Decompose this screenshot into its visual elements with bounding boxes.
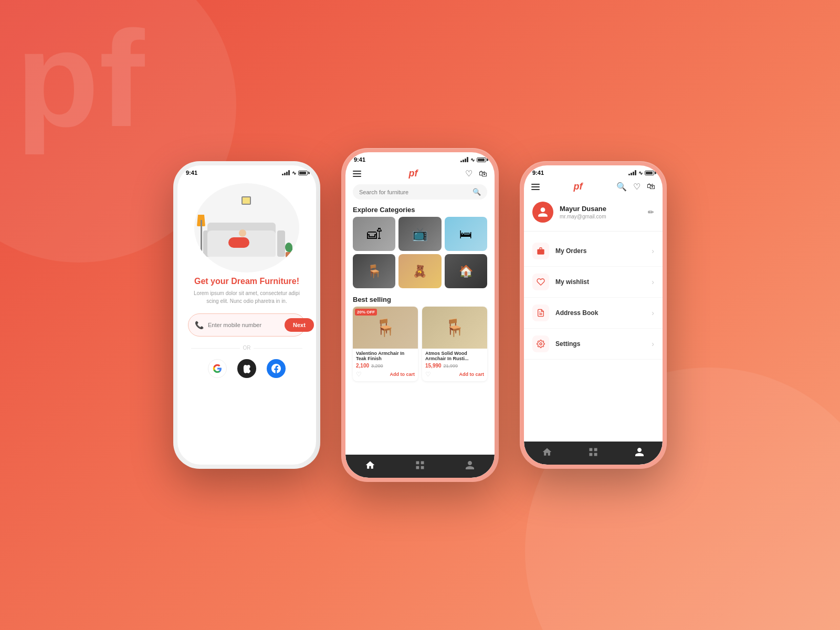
- status-icons-profile: ∿: [628, 170, 654, 176]
- status-time-profile: 9:41: [532, 170, 544, 176]
- google-login-button[interactable]: [208, 359, 227, 378]
- product-name-1: Valentino Armchair In Teak Finish: [356, 351, 415, 361]
- search-button[interactable]: 🔍: [472, 188, 481, 196]
- profile-wishlist-icon[interactable]: ♡: [633, 182, 640, 192]
- menu-item-address[interactable]: Address Book ›: [524, 298, 663, 329]
- wishlist-btn-2[interactable]: ♡: [425, 371, 431, 378]
- category-blanket[interactable]: [398, 254, 441, 288]
- phone-inner-profile: 9:41 ∿: [524, 165, 663, 465]
- status-time-login: 9:41: [186, 170, 197, 176]
- login-form: 📞 Next: [177, 307, 316, 341]
- wishlist-arrow: ›: [652, 278, 654, 286]
- hamburger-menu[interactable]: [353, 171, 361, 177]
- profile-bottom-user[interactable]: [634, 447, 645, 457]
- phone-frame-profile: 9:41 ∿: [520, 161, 667, 469]
- battery-icon-login: [298, 171, 308, 175]
- discount-badge-1: 20% OFF: [355, 309, 377, 316]
- status-icons-home: ∿: [460, 157, 486, 163]
- phone-home: 9:41 ∿: [341, 148, 499, 482]
- plant-illustration: [286, 249, 292, 257]
- home-content: Explore Categories Best selling: [345, 204, 495, 478]
- wifi-icon-login: ∿: [292, 170, 296, 176]
- profile-search-icon[interactable]: 🔍: [616, 182, 627, 192]
- wishlist-icon[interactable]: ♡: [465, 169, 472, 178]
- orders-icon: [532, 243, 549, 259]
- login-description: Lorem ipsum dolor sit amet, consectetur …: [188, 289, 306, 305]
- profile-hamburger[interactable]: [531, 184, 540, 190]
- wishlist-btn-1[interactable]: ♡: [356, 371, 362, 378]
- category-tv[interactable]: [398, 217, 441, 251]
- status-bar-login: 9:41 ∿: [177, 165, 316, 178]
- product-info-1: Valentino Armchair In Teak Finish 2,100 …: [353, 349, 418, 381]
- phone-frame-home: 9:41 ∿: [341, 148, 499, 482]
- product-name-2: Atmos Solid Wood Armchair In Rusti...: [425, 351, 484, 361]
- or-divider: OR: [177, 341, 316, 355]
- product-image-2: 🪑: [422, 307, 487, 349]
- category-bed[interactable]: [445, 217, 487, 251]
- svg-point-2: [540, 343, 542, 345]
- status-bar-profile: 9:41 ∿: [524, 165, 663, 178]
- product-prices-1: 2,100 3,200: [356, 363, 415, 369]
- phone-frame-login: 9:41 ∿: [173, 161, 320, 469]
- phone-field-icon: 📞: [195, 321, 204, 329]
- phones-container: 9:41 ∿: [173, 148, 667, 482]
- current-price-1: 2,100: [356, 363, 369, 369]
- add-to-cart-2[interactable]: Add to cart: [459, 372, 484, 377]
- wifi-icon-profile: ∿: [638, 170, 643, 176]
- menu-item-wishlist[interactable]: My wishlist ›: [524, 267, 663, 298]
- address-menu-icon: [532, 304, 549, 321]
- phone-input-row[interactable]: 📞 Next: [188, 313, 306, 337]
- profile-menu: My Orders › My wishlist ›: [524, 232, 663, 364]
- person-illustration: [226, 229, 257, 248]
- product-info-2: Atmos Solid Wood Armchair In Rusti... 15…: [422, 349, 487, 381]
- search-input[interactable]: [359, 189, 468, 195]
- hero-circle: [194, 183, 299, 272]
- profile-bottom-home[interactable]: [542, 447, 552, 457]
- category-rug[interactable]: [445, 254, 487, 288]
- picture-frame: [242, 196, 251, 205]
- profile-cart-icon[interactable]: 🛍: [647, 182, 655, 192]
- user-email: mr.may@gmail.com: [560, 214, 648, 219]
- orders-arrow: ›: [652, 247, 654, 255]
- user-profile-section: Mayur Dusane mr.may@gmail.com ✏: [524, 195, 663, 232]
- hero-illustration: [197, 191, 297, 265]
- user-info: Mayur Dusane mr.may@gmail.com: [560, 205, 648, 219]
- product-actions-2: ♡ Add to cart: [425, 371, 484, 378]
- brand-watermark: pf: [16, 10, 144, 147]
- signal-icon-home: [460, 157, 468, 162]
- product-image-1: 🪑 20% OFF: [353, 307, 418, 349]
- category-chair[interactable]: [353, 254, 395, 288]
- edit-profile-button[interactable]: ✏: [648, 208, 654, 216]
- menu-item-settings[interactable]: Settings ›: [524, 329, 663, 360]
- product-prices-2: 15,990 21,999: [425, 363, 484, 369]
- cart-icon[interactable]: 🛍: [479, 169, 487, 178]
- explore-title: Explore Categories: [345, 204, 495, 217]
- profile-bottom-categories[interactable]: [588, 447, 598, 457]
- login-headline: Get your Dream Furniture!: [188, 277, 306, 286]
- user-name: Mayur Dusane: [560, 205, 648, 213]
- product-card-1[interactable]: 🪑 20% OFF Valentino Armchair In Teak Fin…: [353, 307, 418, 381]
- product-card-2[interactable]: 🪑 Atmos Solid Wood Armchair In Rusti... …: [422, 307, 487, 381]
- battery-icon-home: [477, 158, 486, 162]
- next-button[interactable]: Next: [285, 318, 314, 332]
- bottom-nav-home[interactable]: [365, 460, 375, 470]
- battery-icon-profile: [645, 171, 654, 175]
- mobile-number-input[interactable]: [208, 322, 280, 328]
- signal-icon-profile: [628, 170, 636, 175]
- profile-navbar: pf 🔍 ♡ 🛍: [524, 178, 663, 195]
- bottom-nav-profile[interactable]: [465, 460, 475, 470]
- phone-profile: 9:41 ∿: [520, 161, 667, 469]
- apple-login-button[interactable]: [237, 359, 256, 378]
- category-sofa[interactable]: [353, 217, 395, 251]
- product-grid: 🪑 20% OFF Valentino Armchair In Teak Fin…: [345, 307, 495, 385]
- bestselling-title: Best selling: [345, 293, 495, 307]
- bottom-nav-categories[interactable]: [415, 460, 425, 470]
- facebook-login-button[interactable]: [267, 359, 286, 378]
- orders-label: My Orders: [555, 247, 652, 255]
- status-time-home: 9:41: [354, 156, 365, 163]
- add-to-cart-1[interactable]: Add to cart: [390, 372, 415, 377]
- status-icons-login: ∿: [282, 170, 308, 176]
- profile-nav-icons: 🔍 ♡ 🛍: [616, 182, 655, 192]
- menu-item-orders[interactable]: My Orders ›: [524, 236, 663, 267]
- search-bar[interactable]: 🔍: [353, 184, 487, 200]
